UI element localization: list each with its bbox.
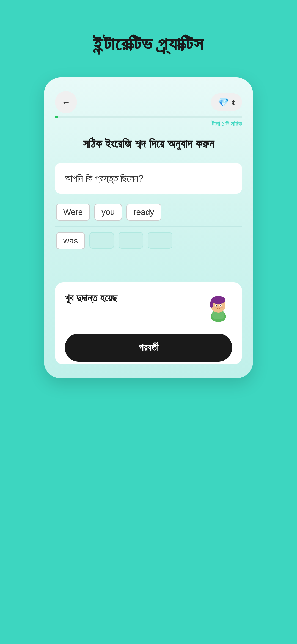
feedback-text: খুব দুদান্ত হয়েছ [65, 292, 205, 304]
answer-slot-1[interactable] [89, 232, 114, 249]
phone-screen: ← 💎 ৫ টানা ১টি সঠিক সঠিক ইংরেজি শব্দ দিয… [44, 77, 253, 378]
answer-slot-2[interactable] [119, 232, 143, 249]
next-button[interactable]: পরবর্তী [65, 334, 232, 362]
svg-point-4 [211, 296, 226, 304]
section-divider [55, 226, 242, 227]
phone-header: ← 💎 ৫ [55, 91, 242, 113]
back-button[interactable]: ← [55, 91, 77, 113]
diamond-icon: 💎 [218, 97, 229, 108]
answer-slot-3[interactable] [148, 232, 172, 249]
sentence-display: আপনি কি প্রস্তুত ছিলেন? [55, 163, 242, 194]
word-chip-were[interactable]: Were [56, 204, 90, 221]
answer-slots-row: was [55, 232, 242, 249]
character-avatar [205, 292, 232, 323]
word-chip-ready[interactable]: ready [127, 204, 161, 221]
spacer [55, 249, 242, 277]
word-chip-you[interactable]: you [94, 204, 122, 221]
diamond-badge: 💎 ৫ [211, 93, 242, 111]
progress-bar-container [55, 116, 242, 118]
svg-point-8 [216, 305, 217, 306]
answer-slot-0[interactable]: was [56, 232, 85, 249]
feedback-content: খুব দুদান্ত হয়েছ [65, 292, 232, 323]
svg-point-11 [220, 307, 223, 308]
streak-text: টানা ১টি সঠিক [55, 120, 242, 128]
progress-bar-fill [55, 116, 58, 118]
question-instruction: সঠিক ইংরেজি শব্দ দিয়ে অনুবাদ করুন [55, 136, 242, 152]
feedback-panel: খুব দুদান্ত হয়েছ [55, 282, 242, 364]
svg-point-9 [220, 305, 221, 306]
word-options-row: Were you ready [55, 204, 242, 221]
diamond-count: ৫ [231, 98, 235, 107]
page-title: ইন্টারেক্টিভ প্র্যাক্টিস [93, 33, 204, 55]
progress-bar-background [55, 116, 242, 118]
svg-point-5 [210, 301, 213, 308]
